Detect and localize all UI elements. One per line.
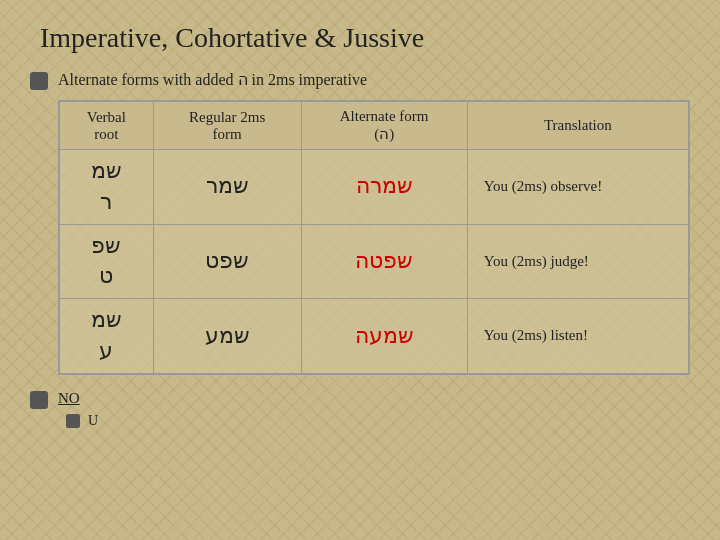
note-main-text: NO (58, 390, 80, 407)
col-regular-form: Regular 2msform (153, 102, 301, 150)
note-section: NO U (0, 385, 720, 429)
table-row: שפט שפט שפטה You (2ms) judge! (60, 224, 689, 299)
table-row: שמע שמע שמעה You (2ms) listen! (60, 299, 689, 374)
bullet-row-1: Alternate forms with added ה in 2ms impe… (30, 70, 690, 90)
sub-bullet-row: U (66, 413, 690, 429)
col-translation: Translation (467, 102, 688, 150)
page-title: Imperative, Cohortative & Jussive (0, 0, 720, 70)
col-verbal-root: Verbalroot (60, 102, 154, 150)
table-header-row: Verbalroot Regular 2msform Alternate for… (60, 102, 689, 150)
verbal-root-1: שמר (60, 150, 154, 225)
verbal-root-3: שמע (60, 299, 154, 374)
verbal-root-2: שפט (60, 224, 154, 299)
regular-form-2: שפט (153, 224, 301, 299)
alternate-form-2: שפטה (301, 224, 467, 299)
alternate-form-1: שמרה (301, 150, 467, 225)
translation-3: You (2ms) listen! (467, 299, 688, 374)
bullet-icon-1 (30, 72, 48, 90)
regular-form-1: שמר (153, 150, 301, 225)
alternate-form-3: שמעה (301, 299, 467, 374)
table-container: Verbalroot Regular 2msform Alternate for… (58, 100, 690, 375)
bullet-text-1: Alternate forms with added ה in 2ms impe… (58, 70, 367, 89)
bullet-icon-2 (30, 391, 48, 409)
note-main-row: NO (30, 389, 690, 409)
regular-form-3: שמע (153, 299, 301, 374)
sub-bullet-icon (66, 414, 80, 428)
translation-1: You (2ms) observe! (467, 150, 688, 225)
bullet-section: Alternate forms with added ה in 2ms impe… (0, 70, 720, 90)
translation-2: You (2ms) judge! (467, 224, 688, 299)
table-row: שמר שמר שמרה You (2ms) observe! (60, 150, 689, 225)
conjugation-table: Verbalroot Regular 2msform Alternate for… (59, 101, 689, 374)
sub-note-text: U (88, 413, 98, 429)
col-alternate-form: Alternate form(ה) (301, 102, 467, 150)
